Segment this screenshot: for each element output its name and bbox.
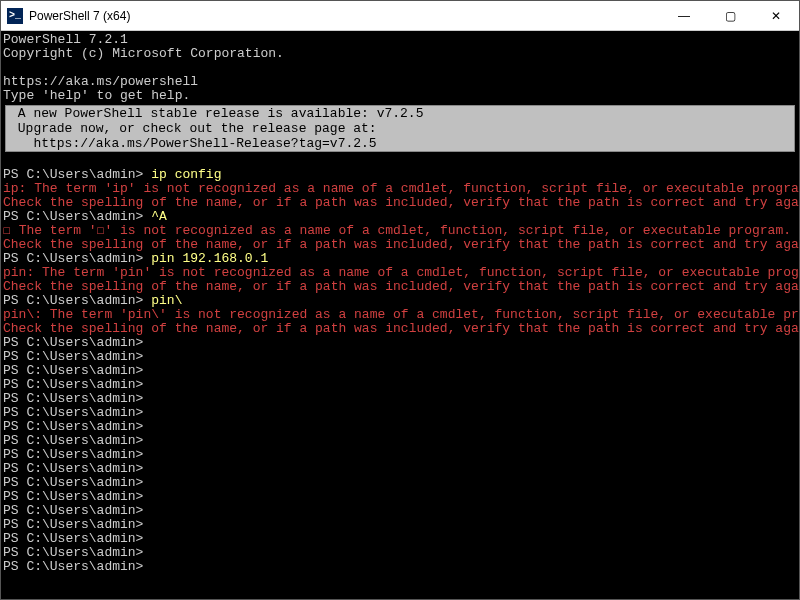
notice-release-url: https://aka.ms/PowerShell-Release?tag=v7…: [10, 136, 377, 151]
powershell-icon: >_: [7, 8, 23, 24]
close-button[interactable]: ✕: [753, 1, 799, 30]
prompt: PS C:\Users\admin>: [3, 209, 151, 224]
prompt: PS C:\Users\admin>: [3, 363, 151, 378]
help-hint: Type 'help' to get help.: [3, 88, 190, 103]
prompt: PS C:\Users\admin>: [3, 531, 151, 546]
error-line: pin: The term 'pin' is not recognized as…: [3, 265, 799, 280]
prompt: PS C:\Users\admin>: [3, 461, 151, 476]
prompt: PS C:\Users\admin>: [3, 349, 151, 364]
update-notice: A new PowerShell stable release is avail…: [5, 105, 795, 152]
prompt: PS C:\Users\admin>: [3, 405, 151, 420]
command-input: ^A: [151, 209, 167, 224]
window-title: PowerShell 7 (x64): [29, 9, 130, 23]
error-line: ip: The term 'ip' is not recognized as a…: [3, 181, 799, 196]
window-buttons: — ▢ ✕: [661, 1, 799, 30]
prompt: PS C:\Users\admin>: [3, 251, 151, 266]
minimize-button[interactable]: —: [661, 1, 707, 30]
notice-line-2: Upgrade now, or check out the release pa…: [10, 121, 377, 136]
prompt: PS C:\Users\admin>: [3, 545, 151, 560]
prompt: PS C:\Users\admin>: [3, 517, 151, 532]
docs-url: https://aka.ms/powershell: [3, 74, 198, 89]
prompt: PS C:\Users\admin>: [3, 391, 151, 406]
prompt: PS C:\Users\admin>: [3, 377, 151, 392]
notice-line-1: A new PowerShell stable release is avail…: [10, 106, 423, 121]
prompt: PS C:\Users\admin>: [3, 559, 151, 574]
copyright-line: Copyright (c) Microsoft Corporation.: [3, 46, 284, 61]
error-line: Check the spelling of the name, or if a …: [3, 279, 799, 294]
command-input: ip config: [151, 167, 221, 182]
prompt: PS C:\Users\admin>: [3, 419, 151, 434]
command-input: pin 192.168.0.1: [151, 251, 268, 266]
error-line: ☐ The term '☐' is not recognized as a na…: [3, 223, 791, 238]
prompt: PS C:\Users\admin>: [3, 293, 151, 308]
prompt: PS C:\Users\admin>: [3, 433, 151, 448]
titlebar[interactable]: >_ PowerShell 7 (x64) — ▢ ✕: [1, 1, 799, 31]
ps-version-line: PowerShell 7.2.1: [3, 32, 128, 47]
prompt: PS C:\Users\admin>: [3, 335, 151, 350]
powershell-icon-glyph: >_: [9, 11, 21, 21]
prompt: PS C:\Users\admin>: [3, 447, 151, 462]
prompt: PS C:\Users\admin>: [3, 475, 151, 490]
error-line: Check the spelling of the name, or if a …: [3, 321, 799, 336]
window: >_ PowerShell 7 (x64) — ▢ ✕ PowerShell 7…: [0, 0, 800, 600]
error-line: pin\: The term 'pin\' is not recognized …: [3, 307, 799, 322]
prompt: PS C:\Users\admin>: [3, 503, 151, 518]
terminal-output[interactable]: PowerShell 7.2.1 Copyright (c) Microsoft…: [1, 31, 799, 599]
error-line: Check the spelling of the name, or if a …: [3, 195, 799, 210]
prompt: PS C:\Users\admin>: [3, 489, 151, 504]
command-input: pin\: [151, 293, 182, 308]
maximize-button[interactable]: ▢: [707, 1, 753, 30]
prompt: PS C:\Users\admin>: [3, 167, 151, 182]
error-line: Check the spelling of the name, or if a …: [3, 237, 799, 252]
